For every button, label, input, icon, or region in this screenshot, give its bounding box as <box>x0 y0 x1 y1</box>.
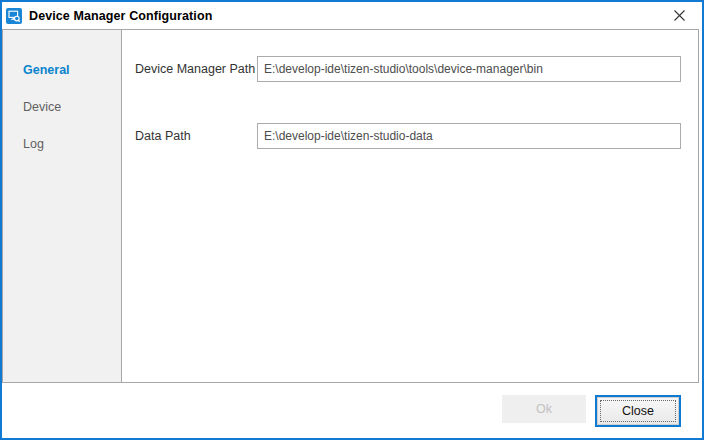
window-title: Device Manager Configuration <box>29 9 212 23</box>
sidebar-item-log[interactable]: Log <box>3 126 121 163</box>
app-icon <box>6 8 22 24</box>
sidebar-item-device[interactable]: Device <box>3 89 121 126</box>
device-manager-path-input[interactable] <box>257 56 681 82</box>
general-settings-panel: Device Manager Path Data Path <box>122 30 698 382</box>
sidebar-item-device-label: Device <box>23 100 61 114</box>
data-path-row: Data Path <box>135 123 681 149</box>
content-frame: General Device Log Device Manager Path D… <box>2 29 699 383</box>
sidebar-item-general[interactable]: General <box>3 52 121 89</box>
data-path-label: Data Path <box>135 129 257 143</box>
ok-button[interactable]: Ok <box>502 395 586 423</box>
device-manager-path-row: Device Manager Path <box>135 56 681 82</box>
close-button-focus-ring: Close <box>595 395 681 427</box>
close-icon <box>674 10 685 21</box>
sidebar-item-general-label: General <box>23 63 70 77</box>
data-path-input[interactable] <box>257 123 681 149</box>
device-manager-configuration-dialog: Device Manager Configuration General Dev… <box>0 0 704 440</box>
device-manager-path-label: Device Manager Path <box>135 62 257 76</box>
close-button[interactable]: Close <box>597 397 679 425</box>
sidebar-item-log-label: Log <box>23 137 44 151</box>
titlebar[interactable]: Device Manager Configuration <box>2 2 702 29</box>
footer: Ok Close <box>2 383 702 438</box>
sidebar: General Device Log <box>3 30 122 382</box>
window-close-button[interactable] <box>657 2 702 29</box>
